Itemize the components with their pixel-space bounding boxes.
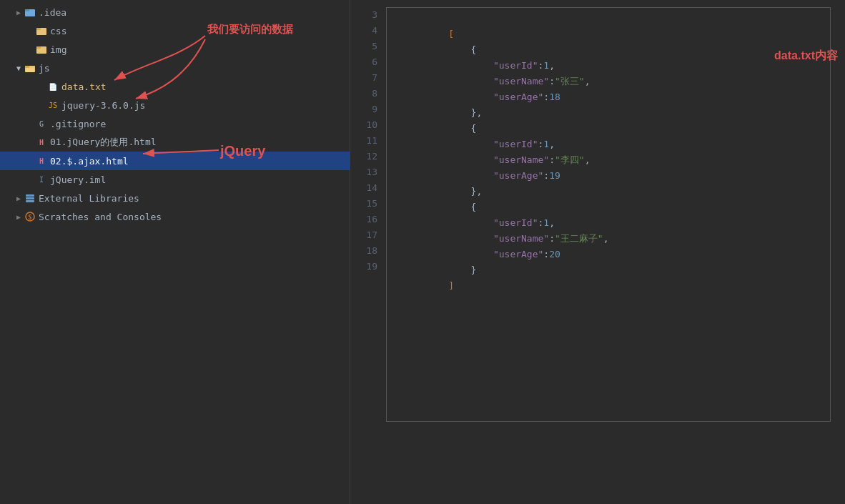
- svg-rect-11: [26, 200, 34, 202]
- sidebar-item-label: data.txt: [61, 81, 107, 92]
- js-file-icon: JS: [47, 99, 59, 111]
- sidebar-item-jqueryjs[interactable]: JS jquery-3.6.0.js: [0, 96, 350, 114]
- sidebar-item-datatxt[interactable]: 📄 data.txt: [0, 77, 350, 96]
- sidebar-item-label: js: [39, 63, 50, 74]
- code-content: [ { "userId":1, "userName":"张三",: [386, 7, 845, 497]
- chevron-down-icon: ▼: [14, 64, 23, 72]
- chevron-right-icon: ▶: [14, 212, 23, 221]
- line-numbers: 3 4 5 6 7 8 9 10 11 12 13 14 15 16 17 18…: [350, 7, 386, 497]
- svg-rect-8: [26, 68, 34, 72]
- code-area: 3 4 5 6 7 8 9 10 11 12 13 14 15 16 17 18…: [350, 0, 845, 504]
- right-annotation: data.txt内容: [774, 49, 838, 64]
- sidebar-item-label: css: [50, 26, 66, 36]
- svg-rect-9: [26, 194, 34, 197]
- code-box: [ { "userId":1, "userName":"张三",: [386, 7, 831, 422]
- sidebar-item-ajax-html[interactable]: H 02.$.ajax.html: [0, 152, 350, 170]
- sidebar-item-js[interactable]: ▼ js: [0, 59, 350, 77]
- chevron-right-icon: ▶: [14, 194, 23, 202]
- file-tree: ▶ .idea css img ▼: [0, 0, 350, 226]
- sidebar-item-gitignore[interactable]: G .gitignore: [0, 114, 350, 133]
- svg-rect-5: [36, 46, 41, 49]
- svg-text:S: S: [29, 214, 32, 221]
- sidebar-item-jquery-iml[interactable]: I jQuery.iml: [0, 170, 350, 189]
- sidebar-item-scratches[interactable]: ▶ S Scratches and Consoles: [0, 207, 350, 226]
- sidebar-item-label: 01.jQuery的使用.html: [50, 136, 157, 149]
- sidebar-item-label: Scratches and Consoles: [39, 212, 162, 222]
- sidebar: ▶ .idea css img ▼: [0, 0, 350, 504]
- html-file-icon: H: [36, 137, 47, 148]
- sidebar-item-jquery-html[interactable]: H 01.jQuery的使用.html: [0, 133, 350, 152]
- chevron-icon: ▶: [14, 8, 23, 16]
- sidebar-item-label: img: [50, 44, 66, 55]
- sidebar-item-external-libs[interactable]: ▶ External Libraries: [0, 189, 350, 207]
- sidebar-item-css[interactable]: css: [0, 21, 350, 40]
- folder-icon: [36, 44, 47, 55]
- svg-rect-3: [36, 28, 41, 30]
- sidebar-item-label: jquery-3.6.0.js: [61, 100, 145, 111]
- git-file-icon: G: [36, 118, 47, 129]
- sidebar-item-idea[interactable]: ▶ .idea: [0, 3, 350, 21]
- scratch-icon: S: [24, 211, 36, 222]
- sidebar-item-label: .idea: [39, 7, 66, 18]
- jquery-annotation: jQuery: [220, 143, 265, 159]
- txt-file-icon: 📄: [47, 81, 59, 92]
- main-panel: 3 4 5 6 7 8 9 10 11 12 13 14 15 16 17 18…: [350, 0, 845, 504]
- sidebar-item-label: External Libraries: [39, 193, 139, 204]
- sidebar-item-label: .gitignore: [50, 119, 106, 129]
- folder-icon: [36, 25, 47, 36]
- sidebar-item-img[interactable]: img: [0, 40, 350, 59]
- html-file-icon-active: H: [36, 155, 47, 167]
- code-line-3: [: [387, 11, 830, 26]
- folder-open-icon: [24, 62, 36, 74]
- svg-rect-10: [26, 197, 34, 199]
- folder-icon: [24, 6, 36, 18]
- svg-rect-1: [25, 9, 29, 11]
- lib-icon: [24, 192, 36, 204]
- iml-file-icon: I: [36, 174, 47, 185]
- svg-rect-7: [25, 66, 29, 68]
- sidebar-item-label: jQuery.iml: [50, 174, 106, 185]
- sidebar-item-label: 02.$.ajax.html: [50, 156, 129, 167]
